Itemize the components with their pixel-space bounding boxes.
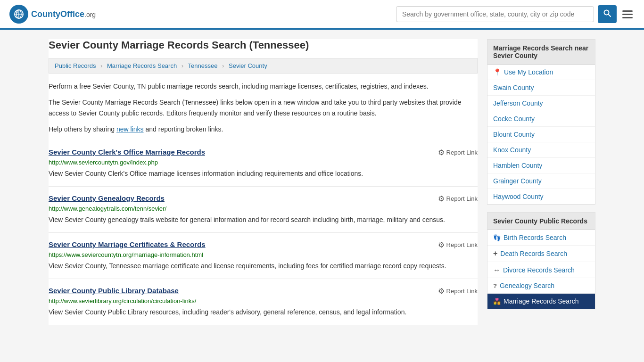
result-item: Sevier County Clerk's Office Marriage Re… <box>49 140 478 187</box>
use-location-item[interactable]: 📍 Use My Location <box>487 65 595 80</box>
sidebar: Marriage Records Search near Sevier Coun… <box>487 39 595 325</box>
description-para3: Help others by sharing new links and rep… <box>49 124 478 134</box>
sidebar-item-genealogy[interactable]: ? Genealogy Search <box>487 278 595 294</box>
result-url-2: https://www.seviercountytn.org/marriage-… <box>49 251 478 258</box>
sidebar-nearby-section: Marriage Records Search near Sevier Coun… <box>487 39 595 205</box>
sidebar-item-birth[interactable]: 👣 Birth Records Search <box>487 230 595 246</box>
result-item: Sevier County Public Library Database ⚙ … <box>49 279 478 325</box>
sidebar-item-death[interactable]: + Death Records Search <box>487 246 595 262</box>
result-desc-3: View Sevier County Public Library resour… <box>49 307 478 317</box>
result-url-0: http://www.seviercountytn.gov/index.php <box>49 159 478 166</box>
result-desc-2: View Sevier County, Tennessee marriage c… <box>49 261 478 271</box>
report-icon-1: ⚙ <box>438 194 445 203</box>
main-container: Sevier County Marriage Records Search (T… <box>39 30 605 334</box>
sidebar-public-records-section: Sevier County Public Records 👣 Birth Rec… <box>487 212 595 309</box>
new-links-link[interactable]: new links <box>116 125 144 133</box>
report-icon-2: ⚙ <box>438 240 445 249</box>
result-title-2[interactable]: Sevier County Marriage Certificates & Re… <box>49 240 206 248</box>
report-icon-0: ⚙ <box>438 148 445 157</box>
results-list: Sevier County Clerk's Office Marriage Re… <box>49 140 478 325</box>
content-area: Sevier County Marriage Records Search (T… <box>49 39 478 325</box>
logo-area: CountyOffice.org <box>9 5 96 24</box>
sidebar-item-knox[interactable]: Knox County <box>487 142 595 158</box>
result-title-0[interactable]: Sevier County Clerk's Office Marriage Re… <box>49 148 205 156</box>
sidebar-item-marriage[interactable]: 💑 Marriage Records Search <box>487 294 595 309</box>
description-para1: Perform a free Sevier County, TN public … <box>49 81 478 91</box>
birth-icon: 👣 <box>493 234 501 241</box>
result-desc-1: View Sevier County genealogy trails webs… <box>49 215 478 225</box>
logo-text: CountyOffice.org <box>31 9 96 19</box>
header: CountyOffice.org <box>0 0 644 30</box>
result-url-3: http://www.sevierlibrary.org/circulation… <box>49 297 478 304</box>
report-icon-3: ⚙ <box>438 287 445 296</box>
report-link-2[interactable]: ⚙ Report Link <box>438 240 478 249</box>
sidebar-item-cocke[interactable]: Cocke County <box>487 111 595 127</box>
report-link-3[interactable]: ⚙ Report Link <box>438 287 478 296</box>
sidebar-public-records-title: Sevier County Public Records <box>487 213 595 230</box>
sidebar-item-hamblen[interactable]: Hamblen County <box>487 158 595 173</box>
sidebar-item-jefferson[interactable]: Jefferson County <box>487 96 595 111</box>
divorce-icon: ↔ <box>493 266 500 274</box>
result-url-1: http://www.genealogytrails.com/tenn/sevi… <box>49 205 478 212</box>
marriage-icon: 💑 <box>493 298 501 305</box>
genealogy-icon: ? <box>493 282 497 289</box>
death-icon: + <box>493 249 497 258</box>
sidebar-item-grainger[interactable]: Grainger County <box>487 173 595 189</box>
breadcrumb-sevier-county[interactable]: Sevier County <box>229 62 267 69</box>
sidebar-item-swain[interactable]: Swain County <box>487 80 595 96</box>
sidebar-item-haywood[interactable]: Haywood County <box>487 189 595 204</box>
sidebar-nearby-title: Marriage Records Search near Sevier Coun… <box>487 40 595 65</box>
report-link-0[interactable]: ⚙ Report Link <box>438 148 478 157</box>
breadcrumb: Public Records › Marriage Records Search… <box>49 58 478 74</box>
description-para2: The Sevier County Marriage Records Searc… <box>49 97 478 118</box>
search-button[interactable] <box>598 5 617 23</box>
result-item: Sevier County Genealogy Records ⚙ Report… <box>49 187 478 233</box>
page-title: Sevier County Marriage Records Search (T… <box>49 39 478 51</box>
breadcrumb-marriage-records[interactable]: Marriage Records Search <box>107 62 177 69</box>
result-desc-0: View Sevier County Clerk's Office marria… <box>49 169 478 179</box>
result-item: Sevier County Marriage Certificates & Re… <box>49 233 478 279</box>
use-location-link[interactable]: Use My Location <box>504 68 553 76</box>
menu-button[interactable] <box>620 8 635 20</box>
svg-line-7 <box>609 15 611 17</box>
sidebar-item-blount[interactable]: Blount County <box>487 127 595 142</box>
result-title-1[interactable]: Sevier County Genealogy Records <box>49 194 165 202</box>
search-area <box>396 5 635 23</box>
pin-icon: 📍 <box>493 68 501 76</box>
logo-icon <box>9 5 28 24</box>
breadcrumb-public-records[interactable]: Public Records <box>55 62 96 69</box>
report-link-1[interactable]: ⚙ Report Link <box>438 194 478 203</box>
svg-point-5 <box>16 11 18 13</box>
breadcrumb-tennessee[interactable]: Tennessee <box>188 62 218 69</box>
search-input[interactable] <box>396 6 594 22</box>
result-title-3[interactable]: Sevier County Public Library Database <box>49 287 179 295</box>
sidebar-item-divorce[interactable]: ↔ Divorce Records Search <box>487 262 595 278</box>
